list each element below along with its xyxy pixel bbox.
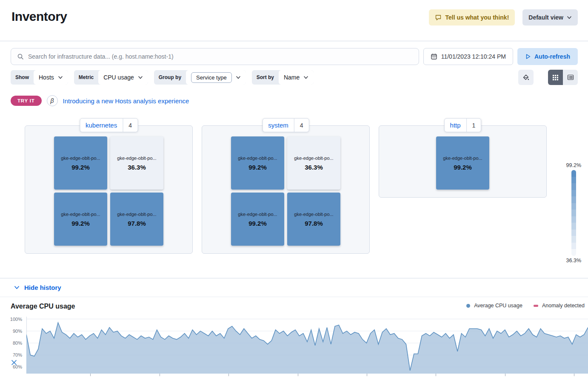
filter-value-dropdown[interactable]: Hosts: [34, 70, 68, 85]
host-metric-value: 36.3%: [128, 164, 146, 171]
y-axis-tick-label: 90%: [0, 329, 22, 334]
x-axis-tick: [298, 374, 298, 376]
date-picker-button[interactable]: 11/01/2023 12:10:24 PM: [423, 48, 513, 65]
legend-dot-swatch: [466, 304, 470, 308]
hide-history-label: Hide history: [24, 284, 61, 291]
grid-view-button[interactable]: [548, 70, 563, 85]
host-name: gke-edge-oblt-po...: [117, 156, 156, 161]
page-header: Inventory Tell us what you think! Defaul…: [0, 0, 588, 41]
beta-icon: β: [47, 95, 58, 106]
y-axis-tick-label: 60%: [0, 364, 22, 369]
search-input[interactable]: [28, 53, 413, 60]
group-name-link[interactable]: kubernetes: [80, 122, 123, 129]
legend-bar-swatch: [534, 305, 538, 307]
host-metric-value: 97.8%: [128, 220, 146, 227]
filter-label: Show: [11, 70, 34, 85]
try-it-badge[interactable]: TRY IT: [11, 96, 42, 106]
tile-grid: gke-edge-oblt-po...99.2%: [436, 136, 489, 190]
x-axis-tick: [90, 374, 91, 376]
view-selector-button[interactable]: Default view: [522, 9, 578, 26]
auto-refresh-button[interactable]: Auto-refresh: [517, 48, 578, 65]
view-selector-label: Default view: [528, 14, 563, 21]
search-icon: [17, 53, 24, 60]
host-name: gke-edge-oblt-po...: [61, 156, 100, 161]
filter-value-dropdown[interactable]: Name: [279, 70, 314, 85]
hide-history-toggle[interactable]: Hide history: [0, 278, 588, 297]
group-panel: gke-edge-oblt-po...99.2%: [379, 125, 547, 198]
chevron-down-icon: [236, 75, 241, 80]
chart-plot-area[interactable]: [26, 317, 588, 374]
tile-grid: gke-edge-oblt-po...99.2%gke-edge-oblt-po…: [54, 136, 163, 246]
header-actions: Tell us what you think! Default view: [429, 9, 578, 26]
host-tile[interactable]: gke-edge-oblt-po...97.8%: [287, 193, 340, 246]
filter-sort-by[interactable]: Sort byName: [252, 70, 314, 85]
host-metric-value: 36.3%: [305, 164, 323, 171]
scale-gradient-bar: [571, 170, 576, 256]
host-metric-value: 99.2%: [248, 164, 267, 171]
host-name: gke-edge-oblt-po...: [238, 212, 277, 217]
chevron-down-icon: [14, 284, 20, 291]
host-name: gke-edge-oblt-po...: [443, 156, 482, 161]
fill-color-button[interactable]: [518, 70, 534, 85]
filter-group-by[interactable]: Group byService type: [154, 70, 246, 85]
host-name: gke-edge-oblt-po...: [117, 212, 156, 217]
y-axis-tick-label: 100%: [0, 317, 22, 322]
host-tile[interactable]: gke-edge-oblt-po...99.2%: [231, 136, 284, 190]
tile-grid: gke-edge-oblt-po...99.2%gke-edge-oblt-po…: [231, 136, 340, 246]
filter-metric[interactable]: MetricCPU usage: [74, 70, 148, 85]
filter-selected-value: Service type: [191, 72, 232, 83]
toolbar: 11/01/2023 12:10:24 PM Auto-refresh: [11, 48, 578, 65]
host-tile[interactable]: gke-edge-oblt-po...36.3%: [110, 136, 163, 190]
datetime-value: 11/01/2023 12:10:24 PM: [441, 53, 506, 60]
feedback-button[interactable]: Tell us what you think!: [429, 9, 515, 26]
host-name: gke-edge-oblt-po...: [61, 212, 100, 217]
legend-item-anomaly-detected[interactable]: Anomaly detected: [534, 303, 585, 309]
chevron-down-icon: [303, 75, 308, 80]
filter-show[interactable]: ShowHosts: [11, 70, 68, 85]
filter-value-dropdown[interactable]: Service type: [186, 70, 246, 85]
paint-bucket-icon: [522, 74, 530, 81]
filter-value-dropdown[interactable]: CPU usage: [98, 70, 148, 85]
host-tile[interactable]: gke-edge-oblt-po...99.2%: [231, 193, 284, 246]
group-count: 4: [294, 122, 309, 129]
play-icon: [525, 54, 531, 60]
host-metric-value: 99.2%: [71, 164, 90, 171]
group-name-link[interactable]: system: [263, 122, 294, 129]
group-panel: gke-edge-oblt-po...99.2%gke-edge-oblt-po…: [202, 125, 370, 254]
hosts-analysis-link[interactable]: Introducing a new Hosts analysis experie…: [63, 97, 189, 105]
y-axis-tick-label: 80%: [0, 340, 22, 346]
chevron-down-icon: [58, 75, 63, 80]
group-header: system4: [262, 118, 309, 132]
legend-label: Anomaly detected: [542, 303, 585, 309]
x-axis-tick: [160, 374, 160, 376]
table-view-button[interactable]: [563, 70, 578, 85]
x-axis-tick: [574, 374, 574, 376]
host-tile[interactable]: gke-edge-oblt-po...36.3%: [287, 136, 340, 190]
host-tile[interactable]: gke-edge-oblt-po...99.2%: [436, 136, 489, 190]
chart-legend: Average CPU usageAnomaly detected: [466, 303, 585, 309]
table-list-icon: [567, 74, 574, 81]
group-name-link[interactable]: http: [445, 122, 466, 129]
scale-legend: 99.2% 36.3%: [566, 162, 581, 264]
host-tile[interactable]: gke-edge-oblt-po...99.2%: [54, 136, 107, 190]
groups-row: kubernetes4gke-edge-oblt-po...99.2%gke-e…: [25, 118, 588, 254]
host-tile[interactable]: gke-edge-oblt-po...99.2%: [54, 193, 107, 246]
group-http: http1gke-edge-oblt-po...99.2%: [379, 118, 547, 198]
chart-section: Average CPU usage Average CPU usageAnoma…: [0, 297, 588, 377]
grid-icon: [552, 74, 559, 81]
host-tile[interactable]: gke-edge-oblt-po...97.8%: [110, 193, 163, 246]
cpu-usage-chart: 100%90%80%70%60%: [0, 317, 588, 377]
page-title: Inventory: [11, 9, 67, 24]
host-name: gke-edge-oblt-po...: [294, 212, 333, 217]
filter-bar: ShowHostsMetricCPU usageGroup byService …: [11, 70, 578, 85]
auto-refresh-label: Auto-refresh: [534, 53, 570, 60]
group-system: system4gke-edge-oblt-po...99.2%gke-edge-…: [202, 118, 370, 254]
group-header: kubernetes4: [80, 118, 138, 132]
legend-item-average-cpu-usage[interactable]: Average CPU usage: [466, 303, 522, 309]
legend-label: Average CPU usage: [474, 303, 522, 309]
host-metric-value: 99.2%: [71, 220, 90, 227]
filter-selected-value: CPU usage: [103, 74, 134, 81]
cpu-area-chart-svg: [26, 317, 588, 374]
chevron-down-icon: [567, 15, 572, 20]
host-name: gke-edge-oblt-po...: [294, 156, 333, 161]
